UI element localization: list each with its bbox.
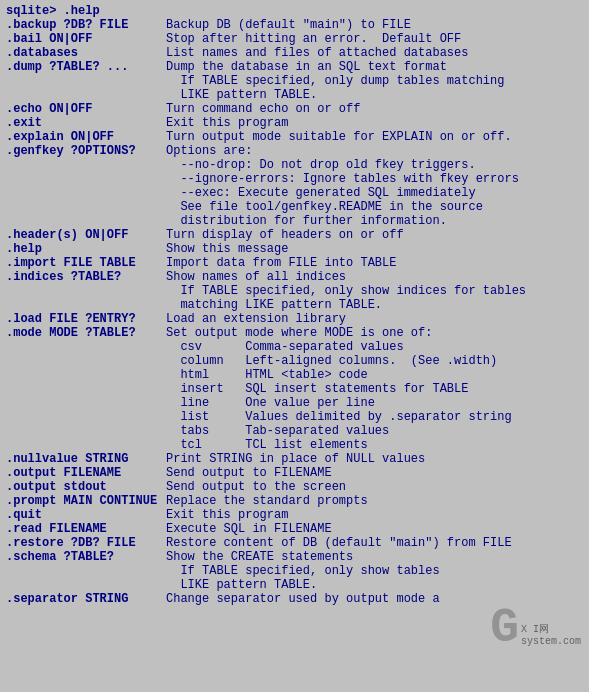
help-description: If TABLE specified, only show tables [166, 564, 440, 578]
help-description: Backup DB (default "main") to FILE [166, 18, 411, 32]
help-description: Dump the database in an SQL text format [166, 60, 447, 74]
help-command: .prompt MAIN CONTINUE [6, 494, 166, 508]
help-line: .import FILE TABLEImport data from FILE … [6, 256, 583, 270]
help-description: LIKE pattern TABLE. [166, 578, 317, 592]
help-line: .dump ?TABLE? ...Dump the database in an… [6, 60, 583, 74]
help-output: .backup ?DB? FILEBackup DB (default "mai… [6, 18, 583, 606]
help-line: .quitExit this program [6, 508, 583, 522]
help-line: distribution for further information. [6, 214, 583, 228]
help-description: tabs Tab-separated values [166, 424, 389, 438]
help-command: .help [6, 242, 166, 256]
help-description: Turn display of headers on or off [166, 228, 404, 242]
help-command [6, 564, 166, 578]
help-command: .mode MODE ?TABLE? [6, 326, 166, 340]
help-command [6, 438, 166, 452]
help-line: tcl TCL list elements [6, 438, 583, 452]
help-command: .databases [6, 46, 166, 60]
help-command: .schema ?TABLE? [6, 550, 166, 564]
help-line: --no-drop: Do not drop old fkey triggers… [6, 158, 583, 172]
help-command [6, 382, 166, 396]
help-description: List names and files of attached databas… [166, 46, 468, 60]
help-command: .explain ON|OFF [6, 130, 166, 144]
help-line: .output stdoutSend output to the screen [6, 480, 583, 494]
help-line: See file tool/genfkey.README in the sour… [6, 200, 583, 214]
help-description: Turn output mode suitable for EXPLAIN on… [166, 130, 512, 144]
help-command [6, 284, 166, 298]
help-command [6, 74, 166, 88]
help-line: .read FILENAMEExecute SQL in FILENAME [6, 522, 583, 536]
help-command: .output FILENAME [6, 466, 166, 480]
help-command: .quit [6, 508, 166, 522]
help-command: .separator STRING [6, 592, 166, 606]
help-description: --exec: Execute generated SQL immediatel… [166, 186, 476, 200]
help-description: Execute SQL in FILENAME [166, 522, 332, 536]
help-command: .load FILE ?ENTRY? [6, 312, 166, 326]
help-description: distribution for further information. [166, 214, 447, 228]
help-command [6, 200, 166, 214]
help-description: Restore content of DB (default "main") f… [166, 536, 512, 550]
watermark-letter: G [490, 604, 519, 652]
help-line: .output FILENAMESend output to FILENAME [6, 466, 583, 480]
prompt-text: sqlite> .help [6, 4, 166, 18]
help-line: .genfkey ?OPTIONS?Options are: [6, 144, 583, 158]
help-description: Show the CREATE statements [166, 550, 353, 564]
help-description: Options are: [166, 144, 252, 158]
help-line: html HTML <table> code [6, 368, 583, 382]
help-description: Show names of all indices [166, 270, 346, 284]
help-command: .header(s) ON|OFF [6, 228, 166, 242]
help-command [6, 396, 166, 410]
help-description: Turn command echo on or off [166, 102, 360, 116]
help-description: matching LIKE pattern TABLE. [166, 298, 382, 312]
help-description: See file tool/genfkey.README in the sour… [166, 200, 483, 214]
help-command: .echo ON|OFF [6, 102, 166, 116]
help-line: csv Comma-separated values [6, 340, 583, 354]
help-description: Exit this program [166, 508, 288, 522]
help-command [6, 186, 166, 200]
help-line: .prompt MAIN CONTINUEReplace the standar… [6, 494, 583, 508]
watermark: G X I网 system.com [490, 604, 581, 652]
help-description: --ignore-errors: Ignore tables with fkey… [166, 172, 519, 186]
help-description: list Values delimited by .separator stri… [166, 410, 512, 424]
prompt-line: sqlite> .help [6, 4, 583, 18]
terminal-window: sqlite> .help .backup ?DB? FILEBackup DB… [0, 0, 589, 660]
help-command: .genfkey ?OPTIONS? [6, 144, 166, 158]
help-command [6, 368, 166, 382]
help-line: list Values delimited by .separator stri… [6, 410, 583, 424]
help-line: --exec: Execute generated SQL immediatel… [6, 186, 583, 200]
help-line: column Left-aligned columns. (See .width… [6, 354, 583, 368]
help-description: Show this message [166, 242, 288, 256]
help-command: .bail ON|OFF [6, 32, 166, 46]
help-description: insert SQL insert statements for TABLE [166, 382, 468, 396]
help-line: If TABLE specified, only dump tables mat… [6, 74, 583, 88]
help-command: .backup ?DB? FILE [6, 18, 166, 32]
help-description: Change separator used by output mode a [166, 592, 440, 606]
help-description: Load an extension library [166, 312, 346, 326]
help-line: line One value per line [6, 396, 583, 410]
help-description: If TABLE specified, only dump tables mat… [166, 74, 504, 88]
help-description: Replace the standard prompts [166, 494, 368, 508]
help-description: csv Comma-separated values [166, 340, 404, 354]
help-line: tabs Tab-separated values [6, 424, 583, 438]
help-description: column Left-aligned columns. (See .width… [166, 354, 497, 368]
help-command: .import FILE TABLE [6, 256, 166, 270]
help-command: .restore ?DB? FILE [6, 536, 166, 550]
help-description: Stop after hitting an error. Default OFF [166, 32, 461, 46]
help-line: .load FILE ?ENTRY?Load an extension libr… [6, 312, 583, 326]
help-description: Import data from FILE into TABLE [166, 256, 396, 270]
help-command: .read FILENAME [6, 522, 166, 536]
help-description: Print STRING in place of NULL values [166, 452, 425, 466]
help-line: .databasesList names and files of attach… [6, 46, 583, 60]
help-command: .indices ?TABLE? [6, 270, 166, 284]
help-description: line One value per line [166, 396, 375, 410]
help-line: .nullvalue STRINGPrint STRING in place o… [6, 452, 583, 466]
help-line: .backup ?DB? FILEBackup DB (default "mai… [6, 18, 583, 32]
help-command: .dump ?TABLE? ... [6, 60, 166, 74]
help-command [6, 298, 166, 312]
help-description: tcl TCL list elements [166, 438, 368, 452]
help-description: html HTML <table> code [166, 368, 368, 382]
help-description: Exit this program [166, 116, 288, 130]
help-line: .explain ON|OFFTurn output mode suitable… [6, 130, 583, 144]
help-description: Send output to the screen [166, 480, 346, 494]
help-line: matching LIKE pattern TABLE. [6, 298, 583, 312]
help-line: LIKE pattern TABLE. [6, 578, 583, 592]
